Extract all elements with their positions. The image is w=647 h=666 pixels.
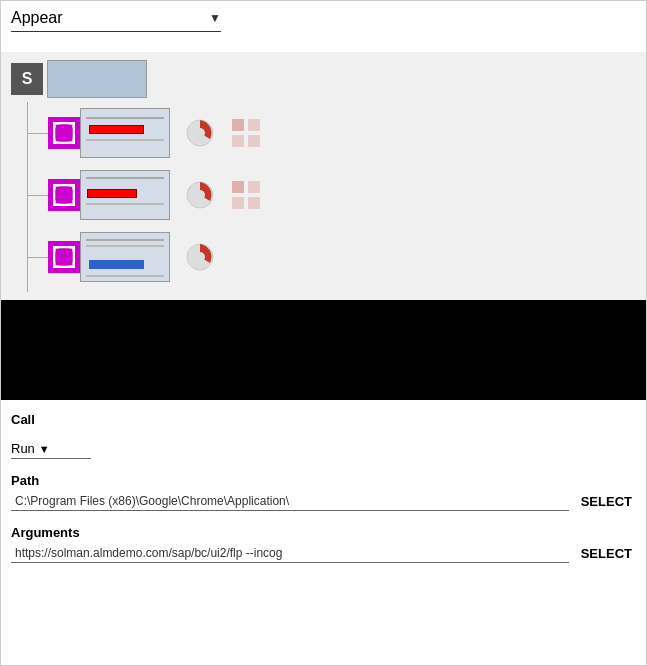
- tree-child-row: [28, 108, 262, 158]
- bottom-section: Call Run ▼ Path SELECT Arguments SELECT: [1, 400, 646, 589]
- svg-point-25: [195, 190, 205, 200]
- pie-chart-icon-3: [184, 241, 216, 273]
- run-dropdown[interactable]: Run ▼: [11, 441, 91, 459]
- run-arrow-icon: ▼: [39, 443, 50, 455]
- child-thumbnail-3: [80, 232, 170, 282]
- black-panel: [1, 300, 646, 400]
- arguments-group: Arguments SELECT: [11, 525, 636, 563]
- svg-rect-27: [248, 181, 260, 193]
- child-thumbnail-1: [80, 108, 170, 158]
- call-row: Call: [11, 412, 636, 427]
- child-capture-icon[interactable]: [48, 241, 80, 273]
- svg-rect-11: [232, 119, 244, 131]
- svg-rect-15: [54, 185, 74, 205]
- child-capture-icon[interactable]: [48, 117, 80, 149]
- svg-rect-29: [248, 197, 260, 209]
- svg-rect-13: [232, 135, 244, 147]
- path-input[interactable]: [11, 492, 569, 511]
- arguments-label: Arguments: [11, 525, 636, 540]
- svg-point-40: [195, 252, 205, 262]
- grid-icon-2: [230, 179, 262, 211]
- path-group: Path SELECT: [11, 473, 636, 511]
- child-thumbnail-2: [80, 170, 170, 220]
- path-label: Path: [11, 473, 636, 488]
- grid-icon-1: [230, 117, 262, 149]
- root-thumbnail: [47, 60, 147, 98]
- appear-label: Appear: [11, 9, 209, 27]
- call-label: Call: [11, 412, 35, 427]
- svg-point-10: [195, 128, 205, 138]
- run-label: Run: [11, 441, 35, 456]
- tree-child-row: [28, 170, 262, 220]
- tree-area: S: [1, 52, 646, 300]
- pie-chart-icon-1: [184, 117, 216, 149]
- appear-dropdown[interactable]: Appear ▼: [11, 9, 221, 32]
- arguments-input[interactable]: [11, 544, 569, 563]
- path-select-button[interactable]: SELECT: [577, 492, 636, 511]
- svg-rect-30: [54, 247, 74, 267]
- dropdown-arrow-icon: ▼: [209, 11, 221, 25]
- svg-rect-14: [248, 135, 260, 147]
- root-node-icon: S: [11, 63, 43, 95]
- svg-rect-26: [232, 181, 244, 193]
- svg-rect-12: [248, 119, 260, 131]
- pie-chart-icon-2: [184, 179, 216, 211]
- arguments-select-button[interactable]: SELECT: [577, 544, 636, 563]
- svg-rect-0: [54, 123, 74, 143]
- child-capture-icon[interactable]: [48, 179, 80, 211]
- tree-child-row: [28, 232, 262, 282]
- svg-rect-28: [232, 197, 244, 209]
